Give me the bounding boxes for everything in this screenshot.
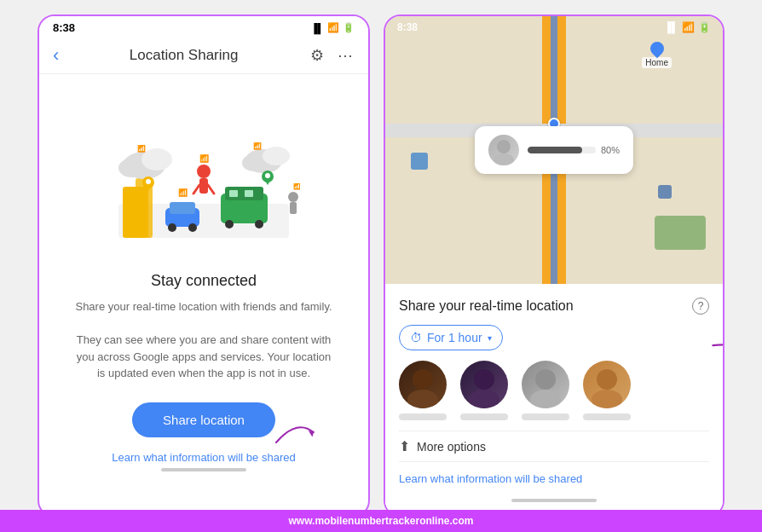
contact-item[interactable] bbox=[460, 361, 508, 420]
battery-container: 80% bbox=[528, 145, 620, 155]
time-selector[interactable]: ⏱ For 1 hour ▾ bbox=[399, 325, 503, 350]
contact-avatar-4 bbox=[583, 361, 631, 408]
svg-point-14 bbox=[197, 165, 211, 178]
right-battery-icon: 🔋 bbox=[698, 21, 711, 33]
headline: Stay connected bbox=[73, 272, 334, 290]
svg-rect-11 bbox=[245, 190, 253, 197]
illustration-svg: 📶 📶 bbox=[101, 119, 306, 255]
time-label: For 1 hour bbox=[427, 331, 482, 344]
svg-point-21 bbox=[118, 159, 144, 177]
time-clock-icon: ⏱ bbox=[410, 331, 422, 344]
battery-icon: 🔋 bbox=[343, 22, 355, 33]
contact-item[interactable] bbox=[399, 361, 447, 420]
home-indicator-left bbox=[161, 468, 246, 471]
svg-point-46 bbox=[597, 369, 617, 390]
location-illustration: 📶 📶 bbox=[101, 119, 306, 255]
svg-point-13 bbox=[255, 220, 263, 228]
svg-point-42 bbox=[474, 369, 494, 390]
svg-point-5 bbox=[168, 223, 176, 232]
svg-point-23 bbox=[263, 147, 290, 165]
contact-label-4 bbox=[583, 413, 631, 420]
settings-button[interactable]: ⚙ bbox=[309, 44, 326, 66]
right-status-bar: 8:38 ▐▌ 📶 🔋 bbox=[385, 16, 723, 35]
learn-more-link[interactable]: Learn what information will be shared bbox=[112, 451, 295, 464]
svg-point-30 bbox=[265, 173, 270, 178]
right-wifi-icon: 📶 bbox=[682, 21, 695, 33]
svg-point-47 bbox=[592, 390, 622, 408]
contact-item[interactable] bbox=[522, 361, 569, 420]
svg-rect-34 bbox=[290, 202, 297, 214]
battery-percent: 80% bbox=[601, 145, 620, 155]
chevron-down-icon: ▾ bbox=[488, 333, 492, 343]
svg-point-37 bbox=[497, 140, 511, 153]
panel-title: Share your real-time location bbox=[399, 298, 574, 314]
svg-rect-4 bbox=[170, 202, 195, 214]
home-label: Home bbox=[642, 57, 672, 68]
home-indicator-right bbox=[511, 499, 597, 502]
avatar-svg bbox=[488, 135, 519, 165]
footer-bar: www.mobilenumbertrackeronline.com bbox=[0, 510, 762, 532]
right-phone: 8:38 ▐▌ 📶 🔋 Home bbox=[384, 14, 724, 518]
contact-avatar-3 bbox=[522, 361, 569, 408]
footer-text: www.mobilenumbertrackeronline.com bbox=[289, 515, 474, 527]
user-card: 80% bbox=[475, 126, 633, 174]
svg-text:📶: 📶 bbox=[199, 153, 210, 164]
panel-header: Share your real-time location ? bbox=[399, 298, 709, 315]
more-options-row[interactable]: ⬆ More options bbox=[399, 431, 709, 462]
wifi-icon: 📶 bbox=[327, 22, 339, 33]
content-area: 📶 📶 bbox=[39, 74, 368, 516]
purple-arrow-right bbox=[709, 338, 724, 372]
left-status-icons: ▐▌ 📶 🔋 bbox=[310, 22, 355, 33]
right-signal-icon: ▐▌ bbox=[664, 21, 678, 33]
svg-point-20 bbox=[141, 148, 172, 171]
svg-point-12 bbox=[225, 220, 234, 228]
svg-line-16 bbox=[193, 185, 199, 194]
contact-avatar-1 bbox=[399, 361, 447, 408]
svg-line-17 bbox=[208, 185, 214, 194]
battery-bar bbox=[528, 147, 596, 153]
signal-icon: ▐▌ bbox=[310, 23, 324, 33]
svg-rect-10 bbox=[229, 190, 238, 197]
contact-item[interactable] bbox=[583, 361, 631, 420]
text-section: Stay connected Share your real-time loca… bbox=[56, 272, 351, 465]
right-status-icons: ▐▌ 📶 🔋 bbox=[664, 21, 711, 33]
user-avatar bbox=[488, 135, 519, 165]
svg-point-24 bbox=[242, 154, 264, 171]
svg-point-45 bbox=[530, 390, 561, 408]
contact-label-3 bbox=[522, 413, 569, 420]
left-phone: 8:38 ▐▌ 📶 🔋 ‹ Location Sharing ⚙ ⋯ bbox=[38, 14, 370, 518]
svg-point-6 bbox=[188, 223, 197, 232]
share-button-wrapper: Share location bbox=[132, 402, 275, 449]
map-home-marker: Home bbox=[642, 42, 672, 68]
svg-point-44 bbox=[535, 369, 556, 390]
description: Share your real-time location with frien… bbox=[73, 298, 334, 382]
svg-point-43 bbox=[469, 390, 499, 408]
left-time: 8:38 bbox=[53, 21, 75, 34]
svg-text:📶: 📶 bbox=[253, 142, 262, 150]
bottom-panel: Share your real-time location ? ⏱ For 1 … bbox=[385, 284, 723, 516]
svg-rect-15 bbox=[199, 178, 208, 194]
back-button[interactable]: ‹ bbox=[53, 44, 59, 66]
contacts-row bbox=[399, 361, 709, 420]
svg-point-27 bbox=[146, 179, 151, 184]
svg-text:📶: 📶 bbox=[178, 188, 188, 198]
right-learn-more-link[interactable]: Learn what information will be shared bbox=[399, 472, 709, 485]
svg-point-38 bbox=[494, 153, 514, 165]
help-icon[interactable]: ? bbox=[692, 298, 709, 315]
svg-point-33 bbox=[288, 192, 298, 202]
map-blue-square bbox=[411, 153, 428, 170]
time-selector-wrapper: ⏱ For 1 hour ▾ bbox=[399, 325, 709, 350]
right-time: 8:38 bbox=[397, 21, 418, 33]
more-button[interactable]: ⋯ bbox=[336, 44, 355, 66]
page-title: Location Sharing bbox=[59, 47, 309, 64]
battery-fill bbox=[528, 147, 582, 153]
svg-text:📶: 📶 bbox=[137, 144, 146, 153]
left-header: ‹ Location Sharing ⚙ ⋯ bbox=[39, 38, 368, 74]
map-green-area bbox=[655, 216, 706, 250]
share-location-button[interactable]: Share location bbox=[132, 402, 275, 437]
svg-text:📶: 📶 bbox=[293, 182, 301, 190]
map-blue-square2 bbox=[658, 185, 672, 199]
contact-label-1 bbox=[399, 413, 447, 420]
contact-label-2 bbox=[460, 413, 508, 420]
map-area: 8:38 ▐▌ 📶 🔋 Home bbox=[385, 16, 723, 284]
